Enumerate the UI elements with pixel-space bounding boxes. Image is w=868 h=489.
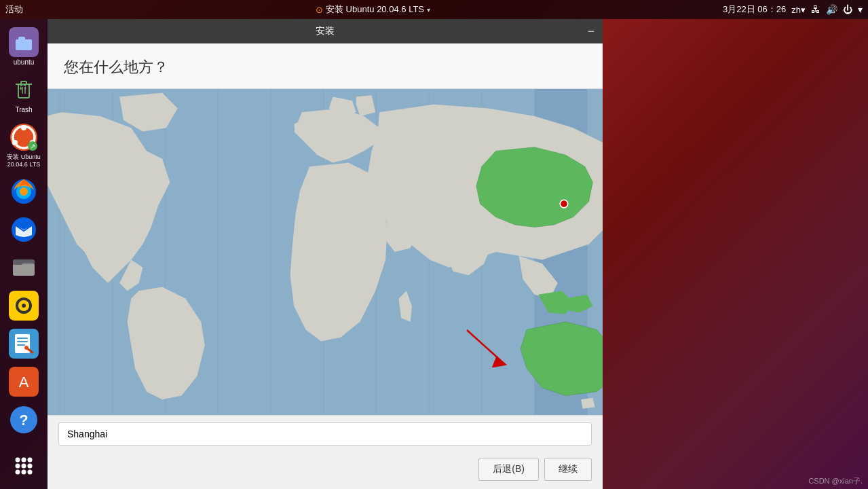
sidebar-item-install-ubuntu[interactable]: ↗ 安装 Ubuntu 20.04.6 LTS: [1, 120, 46, 171]
sidebar-item-thunderbird[interactable]: [1, 212, 46, 247]
help-icon: ?: [9, 405, 39, 435]
svg-point-9: [12, 140, 18, 145]
svg-text:A: A: [19, 374, 29, 391]
svg-point-40: [28, 470, 33, 475]
svg-point-34: [28, 458, 33, 463]
svg-rect-25: [17, 341, 28, 342]
svg-text:?: ?: [19, 412, 28, 429]
svg-rect-23: [15, 334, 30, 353]
location-bar: [48, 415, 603, 452]
watermark: CSDN @xian子.: [808, 476, 863, 486]
sidebar-item-rhythmbox[interactable]: [1, 288, 46, 323]
location-input[interactable]: [58, 422, 592, 446]
dock-item-label: ubuntu: [14, 58, 35, 67]
svg-point-27: [24, 346, 29, 350]
install-title-topbar[interactable]: 安装 Ubuntu 20.04.6 LTS ▾: [326, 3, 430, 16]
button-row: 后退(B) 继续: [48, 452, 603, 489]
ubuntu-icon-topbar: ⊙: [316, 5, 323, 15]
language-selector[interactable]: zh▾: [791, 5, 806, 15]
svg-rect-24: [17, 338, 28, 339]
network-icon[interactable]: 🖧: [811, 4, 820, 15]
svg-point-39: [22, 470, 26, 475]
svg-point-35: [16, 464, 20, 469]
writer-icon: [9, 329, 39, 359]
topbar-left: 活动: [5, 3, 23, 16]
window-titlebar: 安装 −: [48, 19, 603, 43]
question-text: 您在什么地方？: [64, 58, 168, 75]
topbar-right: 3月22日 06：26 zh▾ 🖧 🔊 ⏻ ▾: [723, 3, 863, 16]
volume-icon[interactable]: 🔊: [826, 4, 837, 15]
thunderbird-icon: [9, 215, 39, 244]
continue-button[interactable]: 继续: [544, 458, 592, 481]
dropdown-arrow-icon: ▾: [427, 6, 430, 14]
sidebar-item-trash[interactable]: Trash: [1, 72, 46, 117]
trash-icon: [9, 75, 39, 105]
window-content: 您在什么地方？: [48, 43, 603, 489]
files-icon: [9, 253, 39, 283]
rhythmbox-icon: [9, 291, 39, 321]
activities-button[interactable]: 活动: [5, 3, 23, 16]
power-icon[interactable]: ⏻: [843, 4, 852, 15]
map-area[interactable]: [48, 89, 603, 415]
sidebar-item-firefox[interactable]: [1, 174, 46, 209]
svg-rect-3: [9, 75, 39, 105]
svg-point-21: [22, 304, 26, 308]
svg-point-36: [22, 464, 26, 469]
topbar: 活动 ⊙ 安装 Ubuntu 20.04.6 LTS ▾ 3月22日 06：26…: [0, 0, 868, 19]
appstore-icon: A: [9, 367, 39, 397]
dock: ubuntu Trash: [0, 19, 48, 489]
svg-rect-2: [18, 37, 25, 42]
svg-point-32: [16, 458, 20, 463]
dock-item-trash-label: Trash: [15, 106, 32, 114]
svg-rect-17: [13, 259, 22, 265]
svg-rect-26: [17, 344, 25, 346]
shortcut-badge: ↗: [28, 141, 37, 151]
question-header: 您在什么地方？: [48, 43, 603, 89]
settings-arrow-icon[interactable]: ▾: [858, 4, 863, 15]
install-window: 安装 − 您在什么地方？: [48, 19, 603, 489]
sidebar-item-writer[interactable]: [1, 326, 46, 361]
svg-point-8: [21, 125, 26, 130]
firefox-icon: [9, 177, 39, 206]
grid-icon: [12, 454, 36, 478]
svg-point-13: [20, 187, 28, 196]
svg-point-37: [28, 464, 33, 469]
desktop-background: [603, 19, 868, 489]
datetime-display: 3月22日 06：26: [723, 3, 786, 16]
svg-point-33: [22, 458, 26, 463]
back-button[interactable]: 后退(B): [478, 458, 539, 481]
sidebar-item-appstore[interactable]: A: [1, 364, 46, 399]
install-title-text: 安装 Ubuntu 20.04.6 LTS: [326, 3, 424, 16]
window-title: 安装: [316, 25, 335, 37]
topbar-center: ⊙ 安装 Ubuntu 20.04.6 LTS ▾: [316, 3, 430, 16]
window-minimize-button[interactable]: −: [587, 25, 595, 37]
svg-point-38: [16, 470, 20, 475]
sidebar-item-files[interactable]: [1, 250, 46, 285]
sidebar-item-grid[interactable]: [1, 448, 46, 484]
sidebar-item-ubuntu[interactable]: ubuntu: [1, 24, 46, 69]
svg-point-54: [560, 200, 567, 207]
world-map[interactable]: [48, 89, 603, 415]
dock-item-install-label: 安装 Ubuntu 20.04.6 LTS: [3, 153, 45, 168]
sidebar-item-help[interactable]: ?: [1, 402, 46, 437]
svg-rect-16: [13, 264, 35, 276]
